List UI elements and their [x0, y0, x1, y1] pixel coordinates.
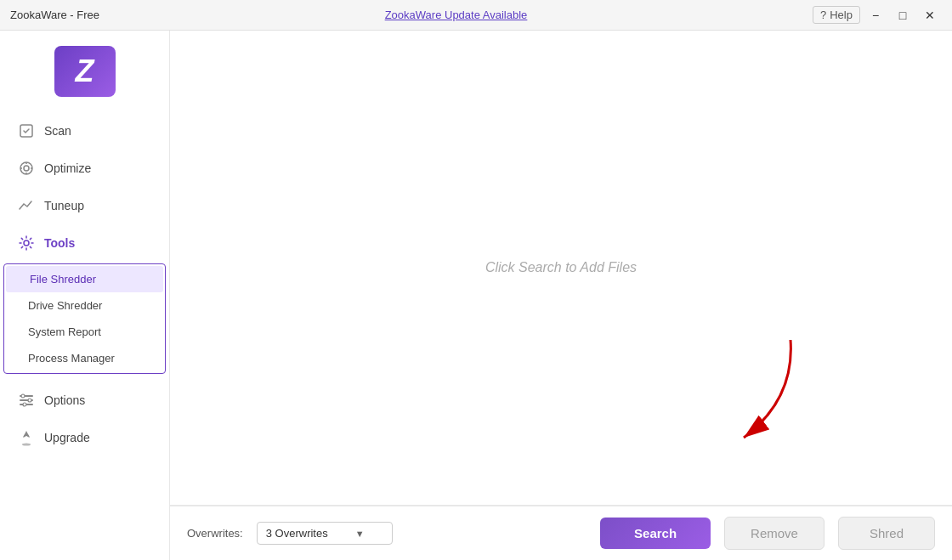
svg-point-12: [28, 399, 31, 402]
logo-area: Z: [0, 37, 169, 105]
shred-button: Shred: [838, 517, 935, 550]
svg-point-13: [23, 403, 26, 406]
app-title: ZookaWare - Free: [10, 8, 99, 21]
tools-icon: [17, 234, 36, 252]
svg-point-7: [24, 240, 29, 246]
window-controls: ? Help − □ ✕: [813, 6, 942, 25]
update-link[interactable]: ZookaWare Update Available: [385, 8, 528, 21]
svg-point-1: [20, 162, 32, 174]
svg-point-11: [21, 394, 25, 398]
question-icon: ?: [820, 8, 826, 21]
overwrites-select[interactable]: 3 Overwrites ▼: [257, 522, 393, 545]
main-content: Click Search to Add Files Overwrites: 3 …: [170, 31, 952, 560]
sidebar-item-tools-label: Tools: [44, 236, 75, 250]
chevron-down-icon: ▼: [355, 529, 365, 539]
sidebar-item-tuneup[interactable]: Tuneup: [3, 188, 166, 223]
app-logo: Z: [54, 46, 116, 97]
sidebar-item-system-report[interactable]: System Report: [4, 319, 165, 345]
upgrade-icon: [17, 428, 36, 447]
sidebar-item-drive-shredder[interactable]: Drive Shredder: [4, 292, 165, 319]
svg-point-2: [24, 166, 29, 171]
content-area: Click Search to Add Files: [170, 31, 952, 506]
sidebar-item-scan[interactable]: Scan: [3, 113, 166, 149]
help-button[interactable]: ? Help: [813, 6, 860, 24]
maximize-button[interactable]: □: [891, 6, 915, 25]
tools-sub-items: File Shredder Drive Shredder System Repo…: [3, 263, 166, 374]
overwrites-label: Overwrites:: [187, 527, 243, 540]
options-icon: [17, 391, 36, 410]
sidebar-item-tuneup-label: Tuneup: [44, 199, 84, 212]
sidebar-item-scan-label: Scan: [44, 124, 71, 138]
sidebar-item-optimize-label: Optimize: [44, 161, 91, 175]
close-button[interactable]: ✕: [918, 6, 942, 25]
minimize-button[interactable]: −: [864, 6, 887, 25]
sidebar-item-file-shredder[interactable]: File Shredder: [6, 266, 163, 292]
sidebar: Z Scan: [0, 31, 170, 560]
tuneup-icon: [17, 196, 36, 215]
optimize-icon: [17, 159, 36, 178]
remove-button: Remove: [724, 517, 824, 550]
scan-icon: [17, 122, 36, 140]
sidebar-item-upgrade[interactable]: Upgrade: [3, 420, 166, 455]
sidebar-item-options[interactable]: Options: [3, 382, 166, 418]
sidebar-item-optimize[interactable]: Optimize: [3, 150, 166, 186]
empty-message: Click Search to Add Files: [485, 260, 637, 275]
arrow-indicator: [714, 331, 816, 454]
sidebar-item-tools[interactable]: Tools: [3, 225, 166, 261]
sidebar-item-options-label: Options: [44, 393, 85, 407]
svg-point-14: [22, 444, 31, 446]
title-bar: ZookaWare - Free ZookaWare Update Availa…: [0, 0, 952, 31]
sidebar-item-process-manager[interactable]: Process Manager: [4, 345, 165, 371]
overwrites-value: 3 Overwrites: [266, 527, 328, 540]
sidebar-item-upgrade-label: Upgrade: [44, 431, 90, 444]
bottom-bar: Overwrites: 3 Overwrites ▼ Search Remove…: [170, 506, 952, 560]
app-body: Z Scan: [0, 31, 952, 560]
search-button[interactable]: Search: [600, 518, 711, 549]
